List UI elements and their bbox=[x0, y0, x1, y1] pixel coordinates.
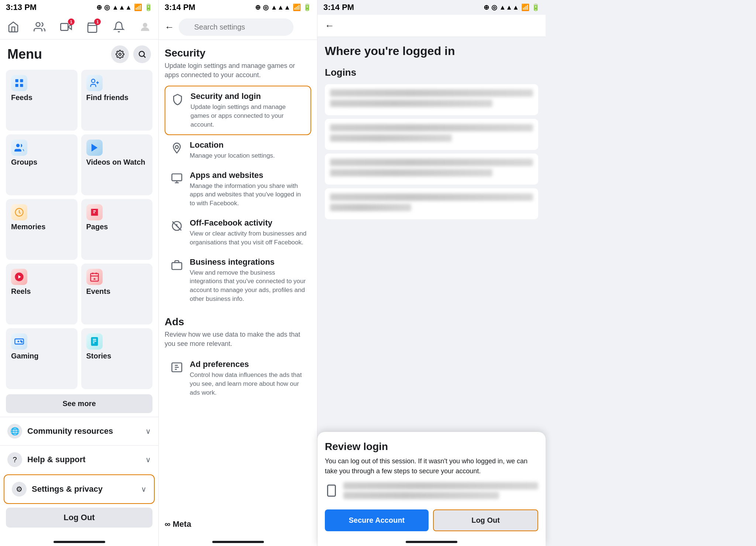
review-actions: Secure Account Log Out bbox=[325, 509, 538, 531]
security-login-content: Security and login Update login settings… bbox=[190, 92, 306, 129]
nav-video[interactable]: 1 bbox=[57, 18, 75, 36]
help-label: Help & support bbox=[27, 455, 145, 464]
settings-item-apps-websites[interactable]: Apps and websites Manage the information… bbox=[165, 165, 311, 213]
login-item-2[interactable] bbox=[325, 119, 538, 150]
login-item-4[interactable] bbox=[325, 188, 538, 219]
location-title: Location bbox=[190, 140, 307, 150]
find-friends-label: Find friends bbox=[86, 93, 148, 102]
menu-item-find-friends[interactable]: Find friends bbox=[81, 70, 153, 131]
business-icon bbox=[169, 257, 185, 273]
panel-logged-in: 3:14 PM ⊕ ◎ ▲▲▲ 📶 🔋 ← Where you're logge… bbox=[317, 0, 546, 546]
menu-title: Menu bbox=[7, 47, 42, 62]
pages-icon bbox=[86, 204, 103, 220]
svg-rect-8 bbox=[20, 79, 23, 82]
menu-item-feeds[interactable]: Feeds bbox=[6, 70, 78, 131]
secure-account-button[interactable]: Secure Account bbox=[325, 509, 429, 531]
accordion-settings-privacy[interactable]: ⚙ Settings & privacy ∨ bbox=[4, 474, 155, 504]
logout-button[interactable]: Log Out bbox=[6, 508, 152, 528]
svg-point-33 bbox=[175, 145, 178, 148]
time-1: 3:13 PM bbox=[6, 3, 37, 12]
settings-privacy-icon: ⚙ bbox=[12, 482, 27, 497]
gaming-icon bbox=[11, 333, 27, 350]
ad-prefs-title: Ad preferences bbox=[190, 360, 307, 369]
settings-item-ad-prefs[interactable]: Ad preferences Control how data influenc… bbox=[165, 354, 311, 402]
accordion-help[interactable]: ? Help & support ∨ bbox=[0, 445, 158, 474]
back-button-2[interactable]: ← bbox=[165, 21, 174, 33]
community-arrow: ∨ bbox=[145, 427, 151, 436]
stories-icon bbox=[86, 333, 103, 350]
off-facebook-title: Off-Facebook activity bbox=[190, 218, 307, 228]
settings-item-off-facebook[interactable]: Off-Facebook activity View or clear acti… bbox=[165, 213, 311, 252]
device-row bbox=[325, 482, 538, 502]
ads-section-desc: Review how we use data to make the ads t… bbox=[165, 330, 311, 348]
menu-item-memories[interactable]: Memories bbox=[6, 199, 78, 260]
video-badge: 1 bbox=[68, 18, 75, 25]
login-blur-8 bbox=[330, 204, 411, 211]
apps-websites-desc: Manage the information you share with ap… bbox=[190, 182, 307, 208]
menu-item-pages[interactable]: Pages bbox=[81, 199, 153, 260]
meta-footer: ∞ Meta bbox=[159, 514, 317, 535]
security-login-title: Security and login bbox=[190, 92, 306, 101]
settings-item-location[interactable]: Location Manage your location settings. bbox=[165, 135, 311, 165]
security-login-desc: Update login settings and manage games o… bbox=[190, 103, 306, 129]
help-icon: ? bbox=[7, 452, 22, 467]
device-blur-2 bbox=[343, 492, 499, 499]
login-blur-3 bbox=[330, 124, 533, 131]
svg-point-14 bbox=[16, 144, 20, 147]
login-item-1[interactable] bbox=[325, 84, 538, 115]
off-facebook-icon bbox=[169, 218, 185, 234]
off-facebook-content: Off-Facebook activity View or clear acti… bbox=[190, 218, 307, 247]
login-blur-7 bbox=[330, 193, 533, 201]
reels-icon bbox=[11, 269, 27, 285]
menu-item-stories[interactable]: Stories bbox=[81, 328, 153, 389]
svg-rect-19 bbox=[90, 274, 98, 281]
menu-item-videos[interactable]: Videos on Watch bbox=[81, 134, 153, 195]
search-settings-input[interactable] bbox=[179, 18, 293, 36]
back-button-3[interactable]: ← bbox=[325, 20, 334, 31]
business-title: Business integrations bbox=[190, 257, 307, 267]
reels-label: Reels bbox=[11, 287, 72, 296]
svg-rect-39 bbox=[172, 262, 182, 269]
meta-logo: ∞ Meta bbox=[165, 519, 191, 529]
groups-label: Groups bbox=[11, 158, 72, 166]
security-login-icon bbox=[170, 92, 185, 107]
apps-websites-icon bbox=[169, 171, 185, 186]
login-item-3[interactable] bbox=[325, 154, 538, 185]
off-facebook-desc: View or clear activity from businesses a… bbox=[190, 229, 307, 247]
device-blur-1 bbox=[343, 482, 538, 490]
svg-point-5 bbox=[139, 51, 144, 56]
menu-item-reels[interactable]: Reels bbox=[6, 264, 78, 324]
menu-item-events[interactable]: Events bbox=[81, 264, 153, 324]
svg-marker-15 bbox=[91, 144, 97, 152]
review-login-desc: You can log out of this session. If it w… bbox=[325, 456, 538, 476]
menu-header-icons bbox=[111, 45, 151, 63]
settings-privacy-arrow: ∨ bbox=[141, 485, 147, 494]
nav-friends[interactable] bbox=[30, 18, 49, 36]
status-bar-2: 3:14 PM ⊕ ◎ ▲▲▲ 📶 🔋 bbox=[159, 0, 317, 15]
menu-grid: Feeds Find friends Groups Videos on Watc… bbox=[0, 66, 158, 393]
search-icon-btn[interactable] bbox=[133, 45, 151, 63]
security-section-title: Security bbox=[165, 47, 311, 59]
logout-session-button[interactable]: Log Out bbox=[433, 509, 538, 531]
nav-home[interactable] bbox=[4, 18, 23, 36]
svg-rect-9 bbox=[16, 84, 18, 87]
nav-store[interactable]: 1 bbox=[83, 18, 102, 36]
menu-item-groups[interactable]: Groups bbox=[6, 134, 78, 195]
time-3: 3:14 PM bbox=[323, 3, 354, 12]
see-more-button[interactable]: See more bbox=[6, 394, 152, 413]
device-icon bbox=[325, 484, 338, 500]
svg-point-11 bbox=[91, 79, 94, 83]
stories-label: Stories bbox=[86, 352, 148, 360]
menu-item-gaming[interactable]: Gaming bbox=[6, 328, 78, 389]
home-bar-1 bbox=[54, 541, 105, 543]
accordion-community[interactable]: 🌐 Community resources ∨ bbox=[0, 417, 158, 445]
apps-websites-content: Apps and websites Manage the information… bbox=[190, 171, 307, 208]
home-indicator-2 bbox=[159, 535, 317, 546]
apps-websites-title: Apps and websites bbox=[190, 171, 307, 180]
settings-item-security-login[interactable]: Security and login Update login settings… bbox=[165, 86, 311, 135]
settings-icon-btn[interactable] bbox=[111, 45, 129, 63]
nav-notifications[interactable] bbox=[110, 18, 128, 36]
videos-label: Videos on Watch bbox=[86, 158, 148, 166]
settings-item-business[interactable]: Business integrations View and remove th… bbox=[165, 252, 311, 309]
nav-avatar[interactable] bbox=[136, 18, 154, 36]
